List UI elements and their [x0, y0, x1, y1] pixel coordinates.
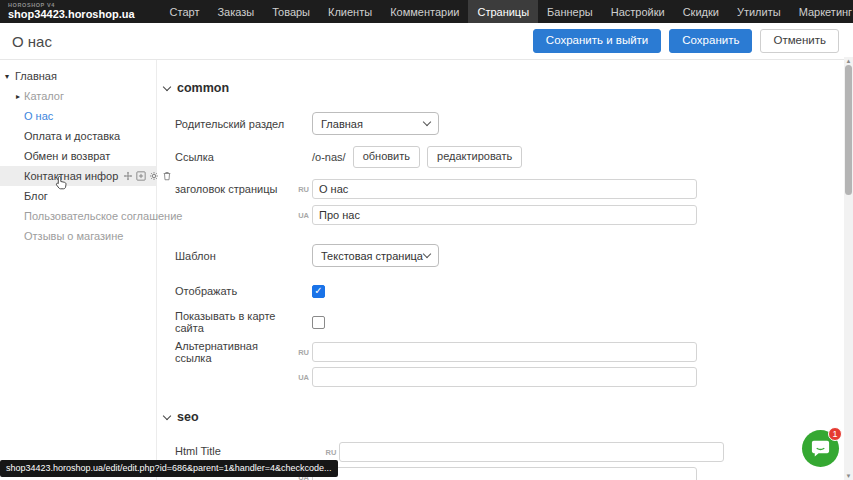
link-row: Ссылка /o-nas/ обновить редактировать — [175, 146, 845, 168]
caret-right-icon[interactable]: ▸ — [16, 92, 20, 101]
display-row: Отображать ✓ — [175, 284, 845, 298]
tree-item-blog[interactable]: Блог — [0, 186, 156, 206]
nav-orders[interactable]: Заказы — [208, 0, 263, 23]
edit-link-button[interactable]: редактировать — [427, 146, 522, 167]
nav-products[interactable]: Товары — [263, 0, 319, 23]
alt-link-ua-input[interactable] — [312, 367, 697, 387]
template-row: Шаблон Текстовая страница — [175, 244, 845, 267]
nav-marketing[interactable]: Маркетинг — [790, 0, 853, 23]
tree-item-about[interactable]: О нас — [0, 106, 156, 126]
section-seo[interactable]: seo — [164, 410, 199, 424]
nav-utilities[interactable]: Утилиты — [728, 0, 790, 23]
chevron-down-icon — [423, 118, 431, 126]
link-value: /o-nas/ — [312, 151, 346, 163]
refresh-link-button[interactable]: обновить — [353, 146, 420, 167]
lang-tag-ru: RU — [295, 185, 309, 194]
page-title-ua-row: UA — [175, 205, 845, 225]
chat-bubble-icon — [810, 438, 831, 459]
chat-notification-badge: 1 — [828, 427, 842, 441]
html-title-ru-row: Html Title Полная замена title, генериру… — [175, 442, 845, 462]
page-title: О нас — [12, 33, 52, 50]
collapse-chevron-icon — [163, 411, 171, 419]
collapse-chevron-icon — [163, 82, 171, 90]
delete-trash-icon[interactable] — [162, 171, 172, 181]
pages-tree-sidebar: ▾ Главная ▸ Каталог О нас Оплата и доста… — [0, 60, 157, 480]
parent-section-row: Родительский раздел Главная — [175, 112, 845, 135]
logo-domain: shop34423.horoshop.ua — [8, 9, 135, 20]
alt-link-ua-row: UA — [175, 367, 845, 387]
page-title-ua-input[interactable] — [312, 205, 697, 225]
topbar: HOROSHOP V4 shop34423.horoshop.ua Старт … — [0, 0, 853, 23]
link-preview-statusbar: shop34423.horoshop.ua/edit/edit.php?id=6… — [0, 460, 338, 477]
nav-pages[interactable]: Страницы — [468, 0, 538, 23]
nav-clients[interactable]: Клиенты — [319, 0, 381, 23]
display-checkbox[interactable]: ✓ — [312, 285, 325, 298]
vertical-scrollbar[interactable]: ▲ ▼ — [844, 57, 853, 480]
parent-section-select[interactable]: Главная — [312, 112, 439, 135]
nav-start[interactable]: Старт — [161, 0, 209, 23]
logo[interactable]: HOROSHOP V4 shop34423.horoshop.ua — [8, 3, 135, 21]
scrollbar-thumb[interactable] — [845, 65, 852, 195]
tree-item-home[interactable]: ▾ Главная — [0, 66, 156, 86]
lang-tag-ua: UA — [295, 373, 309, 382]
sitemap-row: Показывать в карте сайта — [175, 315, 845, 329]
alt-link-ru-input[interactable] — [312, 342, 697, 362]
scroll-up-icon[interactable]: ▲ — [844, 57, 853, 65]
move-icon[interactable] — [123, 171, 133, 181]
settings-gear-icon[interactable] — [149, 171, 159, 181]
chevron-down-icon — [423, 250, 431, 258]
html-title-ru-input[interactable] — [339, 442, 724, 462]
cancel-button[interactable]: Отменить — [760, 29, 839, 53]
page-header: О нас Сохранить и выйти Сохранить Отмени… — [0, 23, 853, 60]
html-title-ua-input[interactable] — [312, 467, 697, 480]
nav-discounts[interactable]: Скидки — [674, 0, 728, 23]
tree-item-reviews[interactable]: Отзывы о магазине — [0, 226, 156, 246]
nav-settings[interactable]: Настройки — [602, 0, 674, 23]
save-exit-button[interactable]: Сохранить и выйти — [533, 29, 661, 53]
page-title-ru-row: заголовок страницы RU — [175, 179, 845, 199]
main-nav: Старт Заказы Товары Клиенты Комментарии … — [161, 0, 853, 23]
lang-tag-ru: RU — [322, 448, 336, 457]
lang-tag-ua: UA — [295, 211, 309, 220]
tree-item-returns[interactable]: Обмен и возврат — [0, 146, 156, 166]
tree-item-payment[interactable]: Оплата и доставка — [0, 126, 156, 146]
save-button[interactable]: Сохранить — [669, 29, 752, 53]
page-title-ru-input[interactable] — [312, 179, 697, 199]
nav-banners[interactable]: Баннеры — [538, 0, 602, 23]
template-select[interactable]: Текстовая страница — [312, 244, 439, 267]
page-edit-form: common Родительский раздел Главная Ссылк… — [158, 60, 845, 480]
lang-tag-ru: RU — [295, 348, 309, 357]
alt-link-ru-row: Альтернативная ссылка RU — [175, 342, 845, 362]
scroll-down-icon[interactable]: ▼ — [844, 472, 853, 480]
section-common[interactable]: common — [164, 81, 229, 95]
tree-item-catalog[interactable]: ▸ Каталог — [0, 86, 156, 106]
sitemap-checkbox[interactable] — [312, 316, 325, 329]
chat-widget-button[interactable]: 1 — [802, 430, 839, 467]
tree-item-user-agreement[interactable]: Пользовательское соглашение — [0, 206, 156, 226]
add-page-icon[interactable] — [136, 171, 146, 181]
caret-down-icon[interactable]: ▾ — [5, 72, 9, 81]
nav-comments[interactable]: Комментарии — [381, 0, 468, 23]
tree-item-contacts[interactable]: Контактная инфор — [0, 166, 156, 186]
